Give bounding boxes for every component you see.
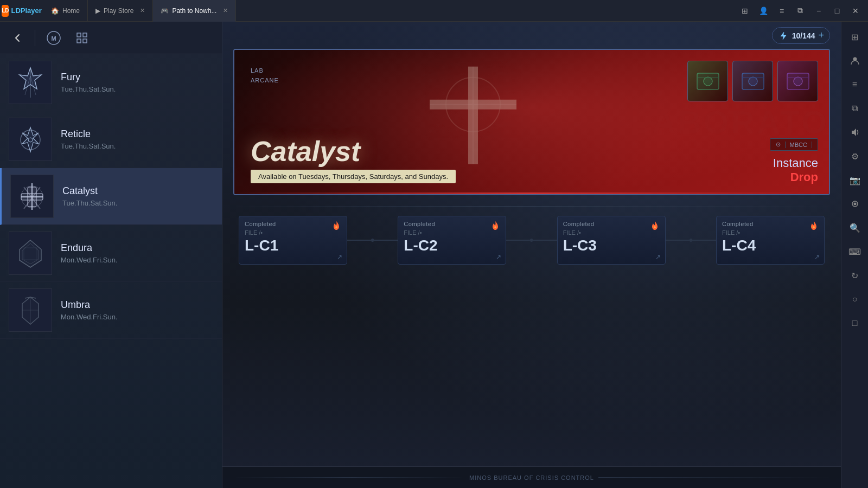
rs-menu-icon[interactable]: ≡ <box>845 75 865 94</box>
stage-lc4-arrow: ↗ <box>814 253 820 261</box>
app-name: LDPlayer <box>11 7 41 15</box>
fury-icon-wrap <box>9 61 52 104</box>
resource-plus[interactable]: + <box>818 30 824 41</box>
taskbar-person-btn[interactable]: 👤 <box>755 3 771 19</box>
reticle-name: Reticle <box>61 129 116 140</box>
stage-card-lc1[interactable]: Completed FILE /• L-C1 ↗ <box>239 216 347 265</box>
app-logo: LD LDPlayer <box>0 5 43 17</box>
svg-point-34 <box>530 239 533 242</box>
left-top-bar: M <box>0 22 222 54</box>
taskbar-grid-btn[interactable]: ⊞ <box>737 3 753 19</box>
list-item-endura[interactable]: Endura Mon.Wed.Fri.Sun. <box>0 225 222 282</box>
right-sidebar: ⊞ ≡ ⧉ ⚙ 📷 🔍 ⌨ ↻ ○ □ <box>841 22 868 488</box>
banner-drops <box>687 61 818 101</box>
taskbar: LD LDPlayer 🏠 Home ▶ Play Store ✕ 🎮 Path… <box>0 0 868 22</box>
drop-label: Drop <box>790 170 818 184</box>
nav-emblem-icon[interactable]: M <box>44 28 63 48</box>
list-item-umbra[interactable]: Umbra Mon.Wed.Fri.Sun. <box>0 282 222 339</box>
svg-point-29 <box>794 77 802 86</box>
svg-text:M: M <box>51 35 56 42</box>
ld-icon: LD <box>2 5 9 17</box>
rs-square-icon[interactable]: □ <box>845 313 865 333</box>
fury-days: Tue.Thu.Sat.Sun. <box>61 85 116 93</box>
nav-grid-icon[interactable] <box>72 28 92 48</box>
stage-lc3-file: FILE /• <box>563 229 660 236</box>
rs-keyboard-icon[interactable]: ⌨ <box>845 242 865 261</box>
drop-card-3[interactable] <box>777 61 818 101</box>
list-item-catalyst[interactable]: Catalyst Tue.Thu.Sat.Sun. <box>0 168 222 225</box>
list-item-fury[interactable]: Fury Tue.Thu.Sat.Sun. <box>0 54 222 111</box>
stage-lc3-status: Completed <box>563 221 660 227</box>
catalyst-info: Catalyst Tue.Thu.Sat.Sun. <box>62 185 117 207</box>
game-tab-icon: 🎮 <box>161 7 169 15</box>
game-tab-close[interactable]: ✕ <box>223 7 228 14</box>
resource-badge[interactable]: 10/144 + <box>772 27 830 44</box>
back-button[interactable] <box>9 29 26 47</box>
banner-title: Catalyst <box>251 137 456 165</box>
svg-marker-1 <box>852 129 856 136</box>
stage-card-lc2[interactable]: Completed FILE /• L-C2 ↗ <box>398 216 506 265</box>
banner-text-area: Catalyst Available on Tuesdays, Thursday… <box>251 137 456 183</box>
tab-playstore[interactable]: ▶ Play Store ✕ <box>88 0 153 22</box>
umbra-days: Mon.Wed.Fri.Sun. <box>61 313 118 321</box>
umbra-name: Umbra <box>61 299 118 311</box>
catalyst-days: Tue.Thu.Sat.Sun. <box>62 199 117 207</box>
banner-availability: Available on Tuesdays, Thursdays, Saturd… <box>251 170 456 183</box>
rs-rotate-icon[interactable]: ↻ <box>845 266 865 285</box>
reticle-icon-wrap <box>9 118 52 161</box>
svg-rect-25 <box>742 73 764 89</box>
stage-lc1-arrow: ↗ <box>337 253 342 261</box>
svg-rect-6 <box>77 33 81 37</box>
taskbar-layout-btn[interactable]: ⧉ <box>792 3 808 19</box>
rs-grid-icon[interactable]: ⊞ <box>845 27 865 47</box>
instance-label: Instance <box>773 156 818 170</box>
svg-point-36 <box>690 239 693 242</box>
reticle-info: Reticle Tue.Thu.Sat.Sun. <box>61 129 116 150</box>
taskbar-menu-btn[interactable]: ≡ <box>774 3 790 19</box>
connector-1 <box>347 240 398 241</box>
svg-rect-7 <box>83 33 87 37</box>
playstore-tab-icon: ▶ <box>95 7 100 15</box>
stage-lc1-file: FILE /• <box>245 229 341 236</box>
taskbar-close-btn[interactable]: ✕ <box>847 3 864 19</box>
stage-lc2-status: Completed <box>404 221 500 227</box>
footer-text: MINOS BUREAU OF CRISIS CONTROL <box>469 474 594 481</box>
taskbar-minimize-btn[interactable]: − <box>810 3 827 19</box>
rs-settings-icon[interactable]: ⚙ <box>845 146 865 166</box>
rs-person-icon[interactable] <box>845 51 865 70</box>
svg-rect-17 <box>21 194 43 200</box>
taskbar-restore-btn[interactable]: □ <box>829 3 845 19</box>
drop-card-2[interactable] <box>732 61 773 101</box>
stages-top-line <box>233 206 830 207</box>
tab-home[interactable]: 🏠 Home <box>43 0 88 22</box>
rs-zoom-icon[interactable]: 🔍 <box>845 218 865 237</box>
banner-controls-sep2 <box>812 142 812 148</box>
playstore-tab-close[interactable]: ✕ <box>140 7 145 14</box>
stage-card-lc4[interactable]: Completed FILE /• L-C4 ↗ <box>716 216 825 265</box>
stage-lc4-id: L-C4 <box>722 237 819 254</box>
stage-lc2-fire-icon <box>490 221 501 232</box>
tab-game[interactable]: 🎮 Path to Nowh... ✕ <box>153 0 236 22</box>
stage-lc4-fire-icon <box>809 221 820 232</box>
stage-lc3-arrow: ↗ <box>655 253 661 261</box>
stages-area: Completed FILE /• L-C1 ↗ <box>233 206 830 477</box>
stage-card-lc3[interactable]: Completed FILE /• L-C3 ↗ <box>557 216 666 265</box>
rs-camera-icon[interactable]: 📷 <box>845 170 865 190</box>
rs-circle-icon[interactable]: ○ <box>845 290 865 309</box>
drop-card-1[interactable] <box>687 61 728 101</box>
home-tab-icon: 🏠 <box>51 7 59 15</box>
connector-2 <box>506 240 557 241</box>
rs-record-icon[interactable] <box>845 194 865 214</box>
endura-days: Mon.Wed.Fri.Sun. <box>61 256 118 264</box>
stage-lc3-fire-icon <box>650 221 661 232</box>
list-item-reticle[interactable]: Reticle Tue.Thu.Sat.Sun. <box>0 111 222 168</box>
connector-3 <box>666 240 716 241</box>
rs-speaker-icon[interactable] <box>845 123 865 142</box>
stage-lc3-id: L-C3 <box>563 237 660 254</box>
content-area: 10/144 + LABORATO LAB ARCA <box>222 22 841 488</box>
rs-layout-icon[interactable]: ⧉ <box>845 99 865 118</box>
footer-line-right <box>598 477 830 478</box>
stage-lc4-status: Completed <box>722 221 819 227</box>
svg-point-3 <box>853 203 856 206</box>
home-tab-label: Home <box>62 7 80 15</box>
